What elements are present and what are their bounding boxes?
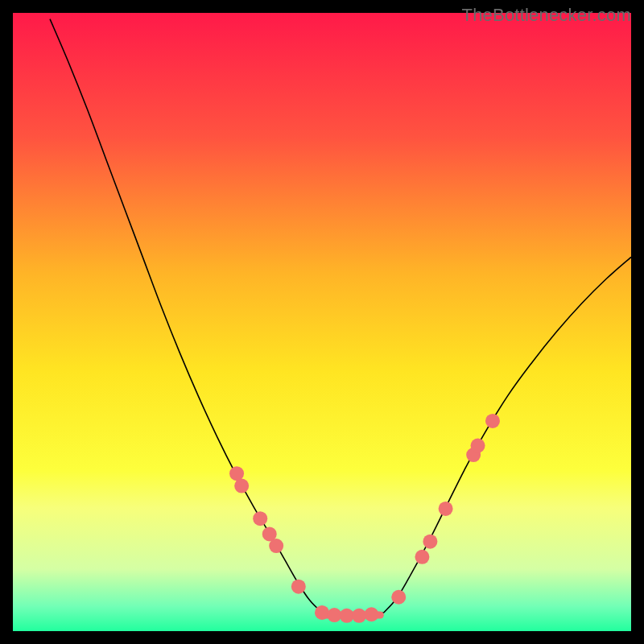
data-marker [234,479,249,493]
data-marker [340,609,354,623]
data-marker [315,605,329,620]
chart-frame [13,13,631,631]
data-marker [352,609,366,623]
data-marker [423,535,437,549]
chart-svg [13,13,631,631]
data-marker [229,466,244,481]
gradient-background [13,13,631,631]
watermark-label: TheBottleneсker.com [462,5,631,26]
data-marker [471,439,485,453]
data-marker [327,608,341,622]
data-marker [269,539,283,553]
data-marker [415,550,429,564]
data-marker [439,502,453,516]
data-marker [391,590,406,605]
data-marker [485,414,500,428]
data-marker [253,511,267,526]
data-marker [364,607,378,621]
data-marker [291,580,306,594]
